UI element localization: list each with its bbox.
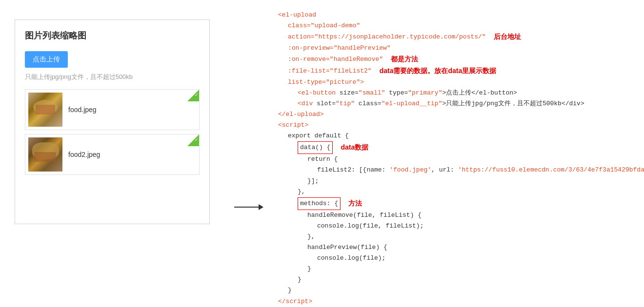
code-div-slot: <div <box>298 98 313 109</box>
code-handle-preview: handlePreview(file) { <box>307 242 387 253</box>
code-line-1: <el-upload <box>278 10 634 20</box>
code-line-21: }, <box>307 231 634 242</box>
food2-image <box>28 137 62 172</box>
code-line-27: </script> <box>278 296 634 307</box>
arrow-line <box>234 207 259 208</box>
arrow <box>234 204 263 210</box>
file-item-1: food.jpeg <box>25 89 200 130</box>
code-line-7: list-type="picture"> <box>288 77 634 88</box>
code-line-15: fileList2: [{name: 'food.jpeg', url: 'ht… <box>317 165 634 175</box>
file-thumbnail-1 <box>28 93 62 127</box>
annotation-data2: data数据 <box>341 142 368 154</box>
code-close-export: } <box>288 285 292 296</box>
code-line-18: methods: { 方法 <box>298 197 634 210</box>
code-line-26: } <box>288 285 634 296</box>
code-line-25: } <box>298 274 634 285</box>
code-data-func: data() { <box>300 144 330 151</box>
annotation-data: data需要的数据。放在data里展示数据 <box>380 65 497 77</box>
code-script-close: </script> <box>278 296 312 307</box>
code-console-filelist: console.log(file, fileList); <box>317 221 423 231</box>
data-highlight-box: data() { <box>298 141 333 154</box>
upload-box: 图片列表缩略图 点击上传 只能上传jpg/png文件，且不超过500kb foo… <box>15 19 210 224</box>
code-panel: <el-upload class="upload-demo" action="h… <box>263 0 644 307</box>
code-line-11: <script> <box>278 120 634 131</box>
code-script-open: <script> <box>278 120 308 131</box>
upload-button[interactable]: 点击上传 <box>25 51 68 68</box>
code-return: return { <box>307 154 338 165</box>
code-close-data: }, <box>298 187 305 197</box>
left-panel: 图片列表缩略图 点击上传 只能上传jpg/png文件，且不超过500kb foo… <box>0 0 234 307</box>
code-line-8: <el-button size="small" type="primary">点… <box>298 88 634 98</box>
file-thumbnail-2 <box>28 137 62 172</box>
annotation-backend: 后台地址 <box>494 31 521 43</box>
annotation-methods2: 方法 <box>348 198 362 210</box>
code-attr-on-preview: :on-preview="handlePreview" <box>288 43 391 54</box>
code-attr-on-remove: :on-remove="handleRemove" <box>288 54 383 65</box>
code-bracket-semi: }]; <box>307 176 319 187</box>
arrow-container <box>234 0 263 307</box>
upload-hint: 只能上传jpg/png文件，且不超过500kb <box>25 73 200 81</box>
code-line-17: }, <box>298 187 634 197</box>
upload-title: 图片列表缩略图 <box>25 30 200 41</box>
code-line-12: export default { <box>288 131 634 141</box>
file-name-1: food.jpeg <box>68 106 97 114</box>
code-line-20: console.log(file, fileList); <box>317 221 634 231</box>
code-close-preview: } <box>307 264 311 274</box>
code-line-9: <div slot="tip" class="el-upload__tip">只… <box>298 98 634 109</box>
arrow-head <box>259 204 263 210</box>
code-attr-list-type: list-type="picture"> <box>288 77 364 88</box>
code-console-file: console.log(file); <box>317 253 385 264</box>
code-plain-1: size="small" type="primary">点击上传</el-but… <box>336 88 517 98</box>
code-line-3: action="https://jsonplaceholder.typicode… <box>278 31 634 43</box>
check-badge-2 <box>187 134 199 146</box>
methods-highlight-box: methods: { <box>298 197 341 210</box>
code-line-10: </el-upload> <box>278 109 634 120</box>
code-attr-file-list: :file-list="fileList2" <box>288 66 372 77</box>
code-export-default: export default { <box>288 131 349 141</box>
check-badge-1 <box>187 90 199 101</box>
code-line-4: :on-preview="handlePreview" <box>288 43 634 54</box>
file-item-2: food2.jpeg <box>25 134 200 175</box>
code-el-button: <el-button <box>298 88 336 98</box>
code-line-19: handleRemove(file, fileList) { <box>307 210 634 221</box>
code-line-23: console.log(file); <box>317 253 634 264</box>
annotation-methods: 都是方法 <box>391 54 418 65</box>
code-close-handle-remove: }, <box>307 231 315 242</box>
code-line-6: :file-list="fileList2" data需要的数据。放在data里… <box>278 65 634 77</box>
code-tag-el-upload: <el-upload <box>278 10 316 20</box>
code-handle-remove: handleRemove(file, fileList) { <box>307 210 422 221</box>
code-line-14: return { <box>307 154 634 165</box>
code-attr-action: action="https://jsonplaceholder.typicode… <box>288 32 486 42</box>
file-name-2: food2.jpeg <box>68 151 100 158</box>
food-image <box>28 93 62 127</box>
code-methods: methods: { <box>300 200 338 207</box>
code-line-16: }]; <box>307 176 634 187</box>
code-close-el-upload: </el-upload> <box>278 109 324 120</box>
code-line-2: class="upload-demo" <box>288 20 634 31</box>
code-close-methods: } <box>298 274 302 285</box>
code-filelist2: fileList2: [{name: 'food.jpeg', url: 'ht… <box>317 165 644 175</box>
code-line-24: } <box>307 264 634 274</box>
code-line-22: handlePreview(file) { <box>307 242 634 253</box>
code-line-13: data() { data数据 <box>298 141 634 154</box>
code-line-5: :on-remove="handleRemove" 都是方法 <box>278 54 634 65</box>
code-plain-2: slot="tip" class="el-upload__tip">只能上传jp… <box>313 98 584 109</box>
code-attr-class: class="upload-demo" <box>288 20 360 31</box>
